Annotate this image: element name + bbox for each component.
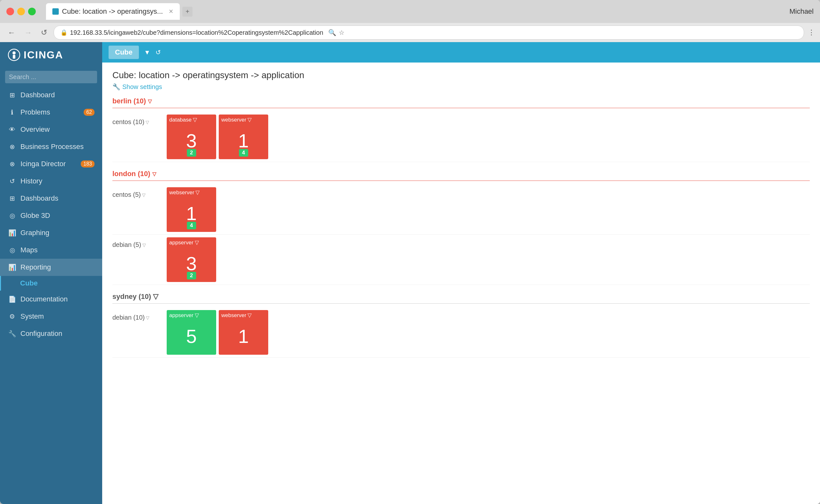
sidebar-item-overview[interactable]: 👁 Overview — [0, 121, 102, 138]
tile-badge: 2 — [187, 272, 196, 279]
topbar: Cube ▼ ↺ — [102, 42, 820, 63]
london-centos-webserver-tile[interactable]: webserver ▽ 1 4 — [167, 187, 216, 232]
logo-text: ICINGA — [24, 49, 63, 61]
new-tab-button[interactable]: + — [182, 7, 192, 17]
sidebar-item-system[interactable]: ⚙ System — [0, 308, 102, 325]
london-debian-appserver-tile[interactable]: appserver ▽ 3 2 — [167, 237, 216, 282]
sidebar-item-graphing[interactable]: 📊 Graphing — [0, 224, 102, 241]
svg-rect-2 — [13, 55, 15, 59]
sydney-debian-webserver-tile[interactable]: webserver ▽ 1 — [219, 310, 268, 355]
back-button[interactable]: ← — [5, 27, 18, 38]
director-badge: 183 — [81, 160, 94, 167]
forward-button[interactable]: → — [22, 27, 34, 38]
sidebar-item-label: Icinga Director — [20, 160, 66, 168]
maximize-button[interactable] — [28, 8, 36, 15]
sidebar-item-maps[interactable]: ◎ Maps — [0, 241, 102, 259]
london-centos-tiles: webserver ▽ 1 4 — [167, 187, 216, 232]
page-title: Cube: location -> operatingsystem -> app… — [112, 70, 810, 80]
info-icon: ℹ — [8, 108, 17, 116]
sidebar-item-label: History — [20, 177, 42, 185]
sydney-debian-appserver-tile[interactable]: appserver ▽ 5 — [167, 310, 216, 355]
sydney-rows: debian (10) ▽ appserver ▽ 5 — [112, 308, 810, 358]
sub-item-label: Cube — [20, 279, 38, 287]
tile-filter-icon[interactable]: ▽ — [248, 116, 252, 123]
berlin-rows: centos (10) ▽ database ▽ 3 — [112, 112, 810, 162]
sidebar-item-dashboard[interactable]: ⊞ Dashboard — [0, 86, 102, 104]
sidebar-item-dashboards[interactable]: ⊞ Dashboards — [0, 190, 102, 207]
search-icon[interactable]: 🔍 — [328, 29, 336, 36]
berlin-filter-icon[interactable]: ▽ — [148, 98, 152, 104]
london-label: london (10) — [112, 170, 150, 178]
london-centos-row: centos (5) ▽ webserver ▽ 1 — [112, 185, 810, 235]
tile-badge: 2 — [187, 149, 196, 157]
london-debian-row: debian (5) ▽ appserver ▽ 3 — [112, 235, 810, 285]
reload-button[interactable]: ↺ — [38, 27, 50, 38]
secure-icon: 🔒 — [60, 29, 67, 36]
address-bar: ← → ↺ 🔒 192.168.33.5/icingaweb2/cube?dim… — [0, 23, 820, 42]
doc-icon: 📄 — [8, 295, 17, 303]
browser-tab[interactable]: Cube: location -> operatingsys... ✕ — [46, 3, 180, 20]
tab-title: Cube: location -> operatingsys... — [62, 7, 163, 16]
tile-filter-icon[interactable]: ▽ — [195, 189, 199, 196]
sidebar-item-documentation[interactable]: 📄 Documentation — [0, 291, 102, 308]
berlin-centos-tiles: database ▽ 3 2 webserver ▽ — [167, 115, 268, 159]
sydney-debian-row: debian (10) ▽ appserver ▽ 5 — [112, 308, 810, 358]
sidebar-item-icinga-director[interactable]: ⊗ Icinga Director 183 — [0, 155, 102, 173]
system-icon: ⚙ — [8, 313, 17, 320]
debian10-filter-icon[interactable]: ▽ — [146, 315, 149, 320]
london-filter-icon[interactable]: ▽ — [152, 171, 156, 177]
wrench-icon: 🔧 — [112, 83, 120, 91]
icinga-logo-icon — [8, 48, 20, 61]
tab-close-button[interactable]: ✕ — [168, 8, 173, 15]
url-text: 192.168.33.5/icingaweb2/cube?dimensions=… — [70, 29, 323, 36]
london-centos-label: centos (5) ▽ — [112, 187, 167, 198]
london-debian-label: debian (5) ▽ — [112, 237, 167, 248]
tile-number: 5 — [167, 318, 216, 355]
url-bar[interactable]: 🔒 192.168.33.5/icingaweb2/cube?dimension… — [54, 26, 804, 40]
london-rows: centos (5) ▽ webserver ▽ 1 — [112, 185, 810, 285]
tile-filter-icon[interactable]: ▽ — [195, 312, 199, 319]
sidebar-item-label: Dashboards — [20, 194, 58, 203]
sidebar-item-business-processes[interactable]: ⊗ Business Processes — [0, 138, 102, 155]
search-input[interactable] — [5, 71, 97, 83]
sidebar-item-label: Dashboard — [20, 91, 55, 99]
sydney-debian-tiles: appserver ▽ 5 webserver ▽ — [167, 310, 268, 355]
globe-icon: ◎ — [8, 212, 17, 219]
sidebar-item-globe3d[interactable]: ◎ Globe 3D — [0, 207, 102, 224]
browser-menu-button[interactable]: ⋮ — [808, 28, 815, 37]
history-icon: ↺ — [8, 177, 17, 185]
sidebar-item-configuration[interactable]: 🔧 Configuration — [0, 325, 102, 342]
close-button[interactable] — [6, 8, 14, 15]
sidebar-item-label: Configuration — [20, 330, 62, 338]
sidebar-item-label: Business Processes — [20, 143, 84, 151]
sidebar-item-problems[interactable]: ℹ Problems 62 — [0, 104, 102, 121]
centos-filter-icon[interactable]: ▽ — [145, 120, 149, 125]
sidebar-search[interactable] — [0, 68, 102, 86]
topbar-dropdown-button[interactable]: ▼ — [144, 49, 150, 56]
topbar-refresh-button[interactable]: ↺ — [155, 48, 161, 56]
sydney-filter-icon[interactable]: ▽ — [153, 293, 158, 301]
show-settings-link[interactable]: 🔧 Show settings — [112, 83, 810, 91]
minimize-button[interactable] — [17, 8, 25, 15]
sidebar-item-reporting[interactable]: 📊 Reporting — [0, 259, 102, 276]
berlin-header: berlin (10) ▽ — [112, 97, 810, 108]
berlin-centos-database-tile[interactable]: database ▽ 3 2 — [167, 115, 216, 159]
bookmark-icon[interactable]: ☆ — [339, 29, 345, 36]
topbar-tab-cube[interactable]: Cube — [108, 46, 139, 59]
centos5-filter-icon[interactable]: ▽ — [142, 192, 145, 197]
director-icon: ⊗ — [8, 160, 17, 168]
tile-filter-icon[interactable]: ▽ — [193, 116, 197, 123]
sidebar-item-history[interactable]: ↺ History — [0, 173, 102, 190]
tab-favicon — [52, 8, 59, 15]
content-area: Cube: location -> operatingsystem -> app… — [102, 63, 820, 504]
graphing-icon: 📊 — [8, 229, 17, 237]
sidebar-logo: ICINGA — [0, 42, 102, 68]
sydney-section: sydney (10) ▽ debian (10) ▽ — [112, 293, 810, 358]
berlin-section: berlin (10) ▽ centos (10) ▽ — [112, 97, 810, 162]
sidebar-sub-item-cube[interactable]: Cube — [0, 276, 102, 291]
traffic-lights — [6, 8, 36, 15]
berlin-centos-webserver-tile[interactable]: webserver ▽ 1 4 — [219, 115, 268, 159]
tile-filter-icon[interactable]: ▽ — [248, 312, 252, 319]
tile-filter-icon[interactable]: ▽ — [195, 239, 199, 246]
debian5-filter-icon[interactable]: ▽ — [142, 242, 146, 248]
